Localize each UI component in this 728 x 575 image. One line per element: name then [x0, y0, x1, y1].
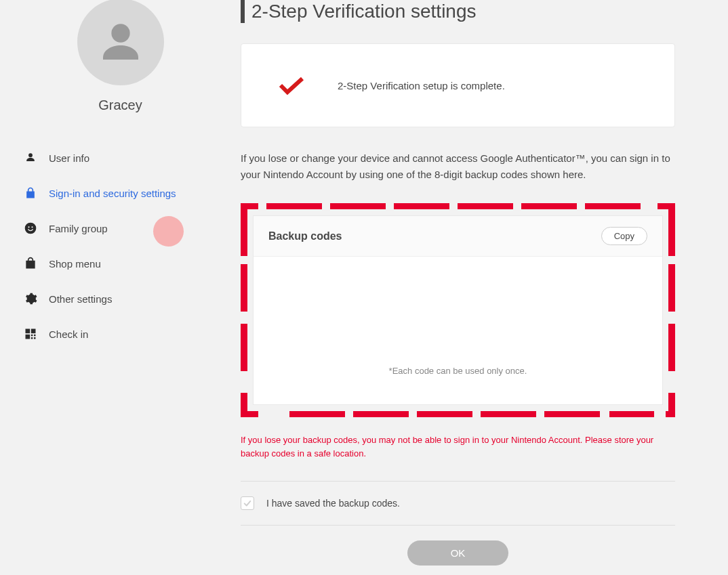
- border-dash: [544, 411, 600, 417]
- family-icon: [23, 221, 38, 236]
- avatar[interactable]: [77, 0, 164, 85]
- svg-point-1: [28, 153, 33, 157]
- svg-rect-8: [31, 335, 33, 337]
- sidebar: Gracey User info Sign-in and security se…: [0, 0, 241, 566]
- border-dash: [417, 411, 472, 417]
- person-icon: [23, 150, 38, 165]
- sidebar-item-label: Other settings: [49, 293, 112, 305]
- border-dash: [241, 393, 247, 417]
- svg-rect-5: [26, 329, 31, 334]
- svg-rect-7: [26, 335, 31, 339]
- backup-codes-title: Backup codes: [268, 230, 342, 242]
- qr-icon: [23, 326, 38, 341]
- page-title: 2-Step Verification settings: [251, 1, 477, 22]
- sidebar-item-user-info[interactable]: User info: [20, 140, 220, 175]
- svg-point-2: [25, 223, 37, 234]
- person-icon: [94, 16, 147, 68]
- ok-button[interactable]: OK: [407, 540, 509, 566]
- main-content: 2-Step Verification settings 2-Step Veri…: [241, 0, 728, 566]
- svg-rect-10: [31, 337, 33, 339]
- border-dash: [668, 393, 675, 417]
- border-dash: [241, 264, 247, 312]
- checkbox-row: I have saved the backup codes.: [241, 482, 675, 525]
- border-dash: [289, 411, 345, 417]
- border-dash: [521, 203, 577, 209]
- copy-button[interactable]: Copy: [601, 227, 647, 245]
- border-dash: [609, 411, 654, 417]
- checkmark-icon: [278, 75, 305, 95]
- svg-rect-9: [34, 335, 36, 337]
- border-dash: [241, 324, 247, 371]
- highlight-dot: [153, 216, 184, 247]
- warning-text: If you lose your backup codes, you may n…: [241, 433, 675, 461]
- sidebar-item-label: Sign-in and security settings: [49, 188, 176, 199]
- checkbox-label: I have saved the backup codes.: [266, 498, 400, 509]
- check-icon: [243, 498, 252, 508]
- bag-icon: [23, 256, 38, 271]
- status-text: 2-Step Verification setup is complete.: [338, 80, 505, 91]
- sidebar-nav: User info Sign-in and security settings …: [20, 140, 220, 352]
- border-dash: [481, 411, 536, 417]
- gear-icon: [23, 291, 38, 306]
- sidebar-item-label: Shop menu: [49, 258, 101, 270]
- svg-point-3: [28, 226, 29, 228]
- border-dash: [266, 203, 322, 209]
- sidebar-item-other[interactable]: Other settings: [20, 281, 220, 316]
- border-dash: [241, 203, 247, 256]
- border-dash: [585, 203, 641, 209]
- username: Gracey: [98, 98, 142, 113]
- border-dash: [394, 203, 449, 209]
- sidebar-item-security[interactable]: Sign-in and security settings: [20, 175, 220, 211]
- lock-icon: [23, 186, 38, 200]
- svg-rect-11: [34, 337, 36, 339]
- backup-codes-box: Backup codes Copy *Each code can be used…: [241, 203, 675, 417]
- info-text: If you lose or change your device and ca…: [241, 150, 675, 183]
- border-dash: [668, 324, 675, 371]
- status-card: 2-Step Verification setup is complete.: [241, 43, 675, 127]
- border-dash: [458, 203, 513, 209]
- sidebar-item-family[interactable]: Family group: [20, 211, 220, 246]
- border-dash: [330, 203, 386, 209]
- title-accent-bar: [241, 0, 245, 23]
- saved-codes-checkbox[interactable]: [241, 496, 254, 510]
- svg-rect-6: [31, 329, 36, 334]
- border-dash: [353, 411, 409, 417]
- sidebar-item-label: User info: [49, 152, 89, 164]
- sidebar-item-label: Check in: [49, 328, 88, 340]
- sidebar-item-shop[interactable]: Shop menu: [20, 246, 220, 281]
- page-title-wrap: 2-Step Verification settings: [241, 0, 675, 23]
- backup-codes-body: *Each code can be used only once.: [254, 257, 662, 392]
- border-dash: [668, 264, 675, 312]
- svg-point-4: [31, 226, 33, 228]
- sidebar-item-checkin[interactable]: Check in: [20, 316, 220, 352]
- sidebar-item-label: Family group: [49, 223, 108, 234]
- border-dash: [668, 203, 675, 256]
- backup-codes-header: Backup codes Copy: [254, 216, 662, 257]
- svg-point-0: [111, 24, 129, 42]
- backup-codes-note: *Each code can be used only once.: [389, 366, 527, 376]
